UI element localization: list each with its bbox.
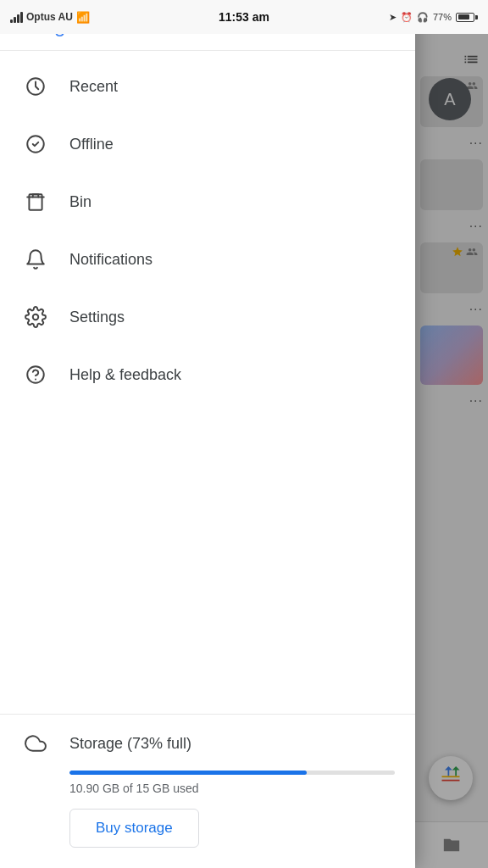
menu-item-offline[interactable]: Offline	[0, 115, 415, 173]
settings-label: Settings	[69, 309, 125, 326]
cloud-icon	[20, 728, 51, 759]
buy-storage-button[interactable]: Buy storage	[69, 809, 199, 848]
status-time: 11:53 am	[219, 10, 269, 24]
storage-header: Storage (73% full)	[20, 728, 395, 759]
bin-icon	[20, 186, 51, 217]
storage-bar-background	[69, 771, 395, 775]
storage-bar-fill	[69, 771, 307, 775]
location-icon: ➤	[389, 12, 396, 23]
menu-item-notifications[interactable]: Notifications	[0, 231, 415, 288]
svg-point-3	[33, 314, 39, 320]
status-bar: Optus AU 📶 11:53 am ➤ ⏰ 🎧 77%	[0, 0, 488, 34]
storage-section: Storage (73% full) 10.90 GB of 15 GB use…	[0, 714, 415, 868]
status-carrier: Optus AU 📶	[10, 11, 90, 24]
storage-label: Storage (73% full)	[69, 735, 191, 753]
help-label: Help & feedback	[69, 366, 181, 384]
storage-used-text: 10.90 GB of 15 GB used	[69, 782, 395, 795]
recent-label: Recent	[69, 78, 118, 96]
navigation-drawer: Google Drive Recent Offli	[0, 0, 415, 868]
signal-icon	[10, 11, 23, 23]
storage-bar-container	[69, 771, 395, 775]
menu-item-settings[interactable]: Settings	[0, 288, 415, 346]
gear-icon	[20, 302, 51, 332]
battery-icon	[456, 13, 478, 22]
drawer-dim-overlay[interactable]	[415, 0, 488, 868]
headphone-icon: 🎧	[417, 12, 429, 23]
menu-item-bin[interactable]: Bin	[0, 173, 415, 231]
notifications-label: Notifications	[69, 251, 152, 269]
bell-icon	[20, 244, 51, 275]
wifi-icon: 📶	[76, 11, 90, 24]
svg-point-4	[27, 366, 44, 383]
help-icon	[20, 359, 51, 390]
offline-label: Offline	[69, 136, 114, 153]
status-right-icons: ➤ ⏰ 🎧 77%	[389, 12, 478, 23]
alarm-icon: ⏰	[401, 12, 413, 23]
offline-icon	[20, 129, 51, 159]
battery-percentage: 77%	[433, 12, 452, 22]
menu-item-recent[interactable]: Recent	[0, 58, 415, 115]
bin-label: Bin	[69, 193, 92, 211]
clock-icon	[20, 71, 51, 102]
menu-item-help[interactable]: Help & feedback	[0, 346, 415, 403]
menu-list: Recent Offline Bin	[0, 51, 415, 714]
